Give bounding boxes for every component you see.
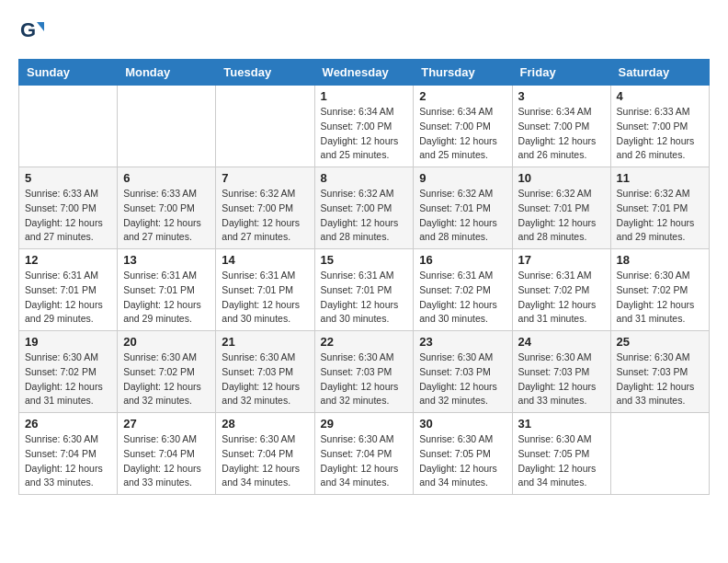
day-number: 9 — [419, 171, 506, 185]
calendar-cell: 24Sunrise: 6:30 AM Sunset: 7:03 PM Dayli… — [512, 331, 610, 413]
day-number: 4 — [617, 89, 703, 103]
weekday-header: Thursday — [414, 60, 512, 86]
day-number: 26 — [25, 417, 111, 431]
day-number: 30 — [419, 417, 506, 431]
calendar-cell: 26Sunrise: 6:30 AM Sunset: 7:04 PM Dayli… — [19, 413, 118, 495]
weekday-header: Monday — [118, 60, 216, 86]
calendar-cell: 2Sunrise: 6:34 AM Sunset: 7:00 PM Daylig… — [414, 86, 512, 167]
day-number: 6 — [123, 171, 210, 185]
calendar-week-row: 19Sunrise: 6:30 AM Sunset: 7:02 PM Dayli… — [19, 331, 710, 413]
calendar-cell: 17Sunrise: 6:31 AM Sunset: 7:02 PM Dayli… — [512, 249, 610, 331]
day-number: 8 — [321, 171, 408, 185]
calendar-cell: 16Sunrise: 6:31 AM Sunset: 7:02 PM Dayli… — [414, 249, 512, 331]
calendar-week-row: 1Sunrise: 6:34 AM Sunset: 7:00 PM Daylig… — [19, 86, 710, 167]
day-info: Sunrise: 6:31 AM Sunset: 7:02 PM Dayligh… — [518, 269, 605, 327]
day-info: Sunrise: 6:30 AM Sunset: 7:04 PM Dayligh… — [25, 432, 111, 490]
calendar-cell: 15Sunrise: 6:31 AM Sunset: 7:01 PM Dayli… — [314, 249, 414, 331]
day-info: Sunrise: 6:31 AM Sunset: 7:01 PM Dayligh… — [123, 269, 210, 327]
day-number: 18 — [617, 253, 703, 267]
day-info: Sunrise: 6:32 AM Sunset: 7:01 PM Dayligh… — [518, 187, 605, 245]
calendar-cell: 31Sunrise: 6:30 AM Sunset: 7:05 PM Dayli… — [512, 413, 610, 495]
calendar-cell — [610, 413, 709, 495]
day-number: 28 — [222, 417, 308, 431]
day-number: 31 — [518, 417, 605, 431]
day-number: 25 — [617, 335, 703, 349]
calendar-cell: 14Sunrise: 6:31 AM Sunset: 7:01 PM Dayli… — [216, 249, 314, 331]
day-number: 10 — [518, 171, 605, 185]
day-info: Sunrise: 6:31 AM Sunset: 7:01 PM Dayligh… — [222, 269, 308, 327]
calendar-cell: 21Sunrise: 6:30 AM Sunset: 7:03 PM Dayli… — [216, 331, 314, 413]
calendar-cell — [118, 86, 216, 167]
calendar-cell: 1Sunrise: 6:34 AM Sunset: 7:00 PM Daylig… — [314, 86, 414, 167]
calendar-cell: 10Sunrise: 6:32 AM Sunset: 7:01 PM Dayli… — [512, 167, 610, 249]
calendar-cell: 18Sunrise: 6:30 AM Sunset: 7:02 PM Dayli… — [610, 249, 709, 331]
day-info: Sunrise: 6:30 AM Sunset: 7:03 PM Dayligh… — [419, 350, 506, 408]
day-number: 12 — [25, 253, 111, 267]
day-info: Sunrise: 6:34 AM Sunset: 7:00 PM Dayligh… — [419, 105, 506, 163]
day-info: Sunrise: 6:31 AM Sunset: 7:01 PM Dayligh… — [25, 269, 111, 327]
day-number: 3 — [518, 89, 605, 103]
day-info: Sunrise: 6:34 AM Sunset: 7:00 PM Dayligh… — [518, 105, 605, 163]
weekday-header-row: SundayMondayTuesdayWednesdayThursdayFrid… — [19, 60, 710, 86]
day-number: 20 — [123, 335, 210, 349]
calendar-cell: 4Sunrise: 6:33 AM Sunset: 7:00 PM Daylig… — [610, 86, 709, 167]
day-info: Sunrise: 6:32 AM Sunset: 7:01 PM Dayligh… — [617, 187, 703, 245]
day-number: 11 — [617, 171, 703, 185]
day-info: Sunrise: 6:31 AM Sunset: 7:01 PM Dayligh… — [321, 269, 408, 327]
day-info: Sunrise: 6:30 AM Sunset: 7:02 PM Dayligh… — [25, 350, 111, 408]
calendar-cell: 6Sunrise: 6:33 AM Sunset: 7:00 PM Daylig… — [118, 167, 216, 249]
logo-icon: G — [18, 18, 44, 44]
svg-text:G: G — [20, 18, 36, 41]
day-number: 29 — [321, 417, 408, 431]
calendar-cell: 27Sunrise: 6:30 AM Sunset: 7:04 PM Dayli… — [118, 413, 216, 495]
calendar-cell: 9Sunrise: 6:32 AM Sunset: 7:01 PM Daylig… — [414, 167, 512, 249]
day-number: 17 — [518, 253, 605, 267]
svg-marker-1 — [37, 22, 44, 31]
weekday-header: Sunday — [19, 60, 118, 86]
calendar-cell: 23Sunrise: 6:30 AM Sunset: 7:03 PM Dayli… — [414, 331, 512, 413]
day-number: 1 — [321, 89, 408, 103]
day-info: Sunrise: 6:32 AM Sunset: 7:01 PM Dayligh… — [419, 187, 506, 245]
day-info: Sunrise: 6:30 AM Sunset: 7:04 PM Dayligh… — [321, 432, 408, 490]
day-info: Sunrise: 6:30 AM Sunset: 7:03 PM Dayligh… — [518, 350, 605, 408]
day-number: 16 — [419, 253, 506, 267]
day-info: Sunrise: 6:33 AM Sunset: 7:00 PM Dayligh… — [123, 187, 210, 245]
day-info: Sunrise: 6:30 AM Sunset: 7:03 PM Dayligh… — [222, 350, 308, 408]
calendar-week-row: 12Sunrise: 6:31 AM Sunset: 7:01 PM Dayli… — [19, 249, 710, 331]
calendar-cell: 13Sunrise: 6:31 AM Sunset: 7:01 PM Dayli… — [118, 249, 216, 331]
day-number: 19 — [25, 335, 111, 349]
day-number: 23 — [419, 335, 506, 349]
day-info: Sunrise: 6:34 AM Sunset: 7:00 PM Dayligh… — [321, 105, 408, 163]
calendar-table: SundayMondayTuesdayWednesdayThursdayFrid… — [18, 59, 710, 495]
calendar-cell: 7Sunrise: 6:32 AM Sunset: 7:00 PM Daylig… — [216, 167, 314, 249]
day-number: 22 — [321, 335, 408, 349]
calendar-week-row: 5Sunrise: 6:33 AM Sunset: 7:00 PM Daylig… — [19, 167, 710, 249]
day-number: 2 — [419, 89, 506, 103]
day-info: Sunrise: 6:33 AM Sunset: 7:00 PM Dayligh… — [617, 105, 703, 163]
calendar-cell: 3Sunrise: 6:34 AM Sunset: 7:00 PM Daylig… — [512, 86, 610, 167]
day-info: Sunrise: 6:30 AM Sunset: 7:02 PM Dayligh… — [617, 269, 703, 327]
day-number: 15 — [321, 253, 408, 267]
day-number: 5 — [25, 171, 111, 185]
day-info: Sunrise: 6:30 AM Sunset: 7:05 PM Dayligh… — [518, 432, 605, 490]
day-info: Sunrise: 6:30 AM Sunset: 7:03 PM Dayligh… — [617, 350, 703, 408]
day-info: Sunrise: 6:30 AM Sunset: 7:02 PM Dayligh… — [123, 350, 210, 408]
day-info: Sunrise: 6:30 AM Sunset: 7:05 PM Dayligh… — [419, 432, 506, 490]
calendar-cell — [216, 86, 314, 167]
calendar-cell: 12Sunrise: 6:31 AM Sunset: 7:01 PM Dayli… — [19, 249, 118, 331]
calendar-week-row: 26Sunrise: 6:30 AM Sunset: 7:04 PM Dayli… — [19, 413, 710, 495]
calendar-cell: 11Sunrise: 6:32 AM Sunset: 7:01 PM Dayli… — [610, 167, 709, 249]
calendar-cell: 28Sunrise: 6:30 AM Sunset: 7:04 PM Dayli… — [216, 413, 314, 495]
page-header: G — [18, 18, 710, 44]
weekday-header: Friday — [512, 60, 610, 86]
day-number: 24 — [518, 335, 605, 349]
day-info: Sunrise: 6:30 AM Sunset: 7:04 PM Dayligh… — [123, 432, 210, 490]
calendar-cell: 19Sunrise: 6:30 AM Sunset: 7:02 PM Dayli… — [19, 331, 118, 413]
day-number: 14 — [222, 253, 308, 267]
day-number: 7 — [222, 171, 308, 185]
weekday-header: Wednesday — [314, 60, 414, 86]
calendar-cell: 5Sunrise: 6:33 AM Sunset: 7:00 PM Daylig… — [19, 167, 118, 249]
day-number: 27 — [123, 417, 210, 431]
day-info: Sunrise: 6:30 AM Sunset: 7:03 PM Dayligh… — [321, 350, 408, 408]
calendar-cell: 20Sunrise: 6:30 AM Sunset: 7:02 PM Dayli… — [118, 331, 216, 413]
